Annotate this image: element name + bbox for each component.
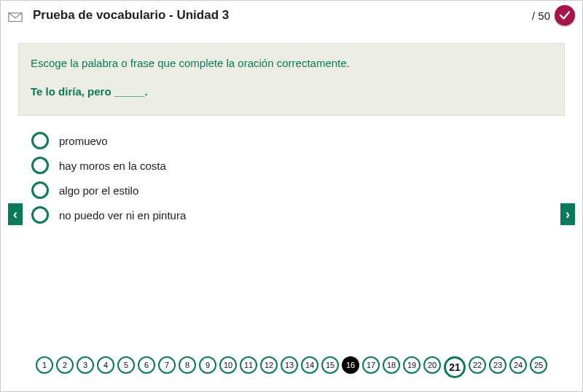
next-question-button[interactable]: ›: [560, 203, 575, 225]
option-label: algo por el estilo: [59, 184, 138, 197]
chevron-left-icon: ‹: [13, 208, 17, 221]
option-label: hay moros en la costa: [59, 160, 166, 172]
pager-item-19[interactable]: 19: [403, 356, 420, 374]
chevron-right-icon: ›: [566, 208, 570, 221]
pager-item-8[interactable]: 8: [179, 356, 196, 374]
option-label: promuevo: [59, 135, 108, 147]
pager-item-21[interactable]: 21: [444, 356, 466, 378]
pager-item-4[interactable]: 4: [97, 356, 114, 374]
pager-item-23[interactable]: 23: [489, 356, 506, 374]
radio-icon: [31, 157, 49, 174]
pager-item-17[interactable]: 17: [362, 356, 380, 374]
pager-item-3[interactable]: 3: [77, 356, 94, 374]
pager-item-12[interactable]: 12: [260, 356, 278, 374]
option-1[interactable]: promuevo: [31, 132, 582, 149]
options-list: promuevo hay moros en la costa algo por …: [31, 132, 582, 224]
pager-item-1[interactable]: 1: [36, 356, 53, 374]
radio-icon: [31, 181, 49, 199]
instruction-panel: Escoge la palabra o frase que complete l…: [18, 43, 565, 116]
pager-item-18[interactable]: 18: [383, 356, 400, 374]
pager-item-15[interactable]: 15: [321, 356, 339, 374]
pager-item-24[interactable]: 24: [509, 356, 527, 374]
pager-item-25[interactable]: 25: [530, 356, 547, 374]
instruction-text: Escoge la palabra o frase que complete l…: [31, 57, 552, 69]
option-3[interactable]: algo por el estilo: [31, 181, 582, 199]
radio-icon: [31, 206, 49, 224]
pager-item-5[interactable]: 5: [117, 356, 135, 374]
score-label: / 50: [532, 9, 550, 22]
page-title: Prueba de vocabulario - Unidad 3: [33, 8, 532, 23]
app-frame: Prueba de vocabulario - Unidad 3 / 50 Es…: [0, 0, 583, 392]
pager-item-7[interactable]: 7: [158, 356, 176, 374]
pager-row: 1234567891011121314151617181920212223242…: [1, 356, 582, 378]
pager-item-2[interactable]: 2: [56, 356, 74, 374]
pager-item-13[interactable]: 13: [281, 356, 298, 374]
radio-icon: [31, 132, 49, 149]
header-bar: Prueba de vocabulario - Unidad 3 / 50: [1, 1, 582, 30]
pager-item-9[interactable]: 9: [199, 356, 216, 374]
pager-item-11[interactable]: 11: [240, 356, 257, 374]
prev-question-button[interactable]: ‹: [8, 203, 23, 225]
pager-item-10[interactable]: 10: [219, 356, 237, 374]
pager-item-22[interactable]: 22: [469, 356, 486, 374]
pager-item-6[interactable]: 6: [138, 356, 155, 374]
submit-check-button[interactable]: [555, 5, 575, 26]
option-2[interactable]: hay moros en la costa: [31, 157, 582, 174]
question-prompt: Te lo diría, pero _____.: [31, 85, 552, 98]
pager-item-14[interactable]: 14: [301, 356, 318, 374]
pager-item-20[interactable]: 20: [423, 356, 441, 374]
pager-item-16[interactable]: 16: [342, 356, 359, 374]
option-4[interactable]: no puedo ver ni en pintura: [31, 206, 582, 224]
option-label: no puedo ver ni en pintura: [59, 209, 186, 222]
mail-icon[interactable]: [8, 12, 23, 22]
